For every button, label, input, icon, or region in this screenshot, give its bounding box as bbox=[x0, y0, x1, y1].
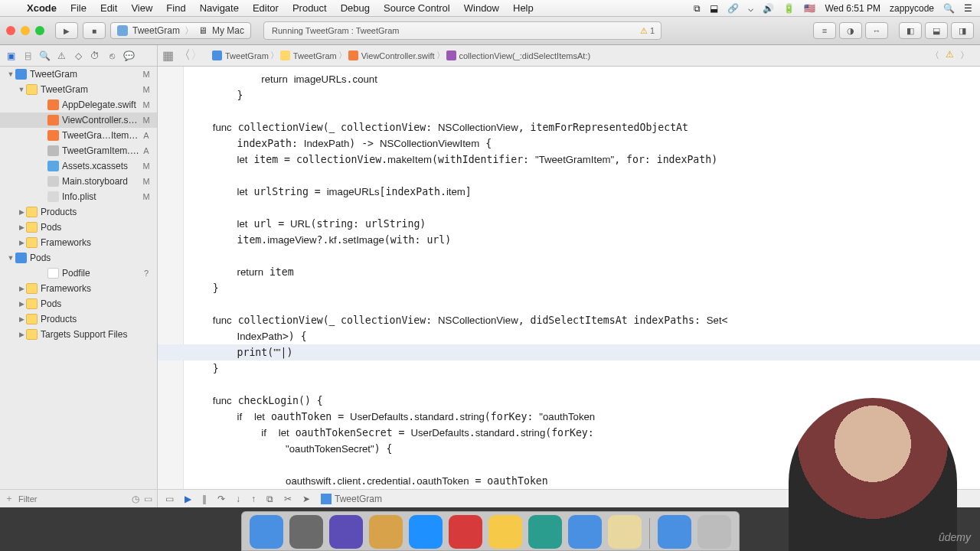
add-button[interactable]: ＋ bbox=[5, 492, 14, 505]
zoom-button[interactable] bbox=[35, 26, 44, 35]
menu-navigate[interactable]: Navigate bbox=[193, 2, 246, 14]
disclosure-icon[interactable]: ▶ bbox=[17, 285, 26, 292]
view-debug-icon[interactable]: ⧉ bbox=[266, 494, 273, 504]
code-content[interactable]: return imageURLs.count } func collection… bbox=[184, 67, 980, 494]
disclosure-icon[interactable]: ▼ bbox=[17, 86, 26, 93]
assistant-editor-button[interactable]: ◑ bbox=[839, 22, 862, 39]
app-menu[interactable]: Xcode bbox=[20, 2, 64, 14]
step-out-icon[interactable]: ↑ bbox=[251, 494, 256, 504]
user-name[interactable]: zappycode bbox=[890, 3, 934, 14]
dock-item[interactable] bbox=[608, 515, 642, 549]
menu-source-control[interactable]: Source Control bbox=[377, 2, 457, 14]
file-row[interactable]: ViewController.swiftM bbox=[0, 112, 157, 128]
dock-item[interactable] bbox=[528, 515, 562, 549]
dock-item[interactable] bbox=[488, 515, 522, 549]
dock-item[interactable] bbox=[250, 515, 283, 549]
test-navigator-icon[interactable]: ◇ bbox=[70, 48, 86, 64]
related-items-icon[interactable]: ▦ bbox=[158, 48, 178, 63]
next-issue-icon[interactable]: 〉 bbox=[960, 49, 969, 62]
hide-debug-icon[interactable]: ▭ bbox=[165, 494, 174, 504]
jump-bar[interactable]: TweetGram 〉 TweetGram 〉 ViewController.s… bbox=[207, 49, 980, 62]
menu-editor[interactable]: Editor bbox=[246, 2, 286, 14]
pause-icon[interactable]: ‖ bbox=[202, 494, 207, 504]
menu-edit[interactable]: Edit bbox=[93, 2, 124, 14]
file-row[interactable]: ▶Pods bbox=[0, 220, 157, 235]
minimize-button[interactable] bbox=[21, 26, 30, 35]
clock[interactable]: Wed 6:51 PM bbox=[825, 3, 880, 14]
project-navigator-icon[interactable]: ▣ bbox=[3, 48, 18, 64]
issue-navigator-icon[interactable]: ⚠ bbox=[54, 48, 69, 64]
dock-item[interactable] bbox=[369, 515, 403, 549]
filter-input[interactable] bbox=[18, 494, 127, 504]
file-row[interactable]: ▶Frameworks bbox=[0, 235, 157, 250]
file-row[interactable]: Main.storyboardM bbox=[0, 174, 157, 189]
disclosure-icon[interactable]: ▶ bbox=[17, 331, 26, 338]
menu-find[interactable]: Find bbox=[159, 2, 192, 14]
forward-button[interactable]: 〉 bbox=[191, 47, 207, 64]
battery-icon[interactable]: 🔋 bbox=[783, 3, 795, 14]
memory-graph-icon[interactable]: ✂ bbox=[284, 494, 292, 504]
disclosure-icon[interactable]: ▶ bbox=[17, 223, 26, 231]
file-row[interactable]: ▶Frameworks bbox=[0, 281, 157, 296]
back-button[interactable]: 〈 bbox=[178, 47, 191, 64]
volume-icon[interactable]: 🔊 bbox=[763, 3, 774, 14]
file-row[interactable]: ▼TweetGramM bbox=[0, 67, 157, 82]
symbol-navigator-icon[interactable]: ⌸ bbox=[20, 48, 35, 64]
dock-item[interactable] bbox=[697, 515, 731, 549]
toggle-right-panel-button[interactable]: ◨ bbox=[951, 22, 974, 39]
run-button[interactable] bbox=[55, 22, 78, 39]
file-row[interactable]: TweetGra…Item.swiftA bbox=[0, 128, 157, 143]
notifications-icon[interactable]: ☰ bbox=[964, 3, 972, 14]
step-over-icon[interactable]: ↷ bbox=[217, 494, 225, 504]
file-row[interactable]: ▶Products bbox=[0, 311, 157, 327]
disclosure-icon[interactable]: ▼ bbox=[6, 70, 15, 78]
gutter[interactable] bbox=[158, 67, 184, 507]
file-row[interactable]: AppDelegate.swiftM bbox=[0, 97, 157, 112]
warning-icon[interactable]: ⚠ bbox=[640, 26, 648, 36]
issue-indicator-icon[interactable]: ⚠ bbox=[946, 49, 954, 62]
stop-button[interactable] bbox=[83, 22, 106, 39]
report-navigator-icon[interactable]: 💬 bbox=[121, 48, 136, 64]
debug-navigator-icon[interactable]: ⏱ bbox=[87, 48, 103, 64]
prev-issue-icon[interactable]: 〈 bbox=[930, 49, 939, 62]
link-icon[interactable]: 🔗 bbox=[727, 3, 739, 14]
scm-filter-icon[interactable]: ▭ bbox=[144, 494, 152, 504]
file-row[interactable]: Podfile? bbox=[0, 266, 157, 281]
standard-editor-button[interactable]: ≡ bbox=[813, 22, 836, 39]
menu-view[interactable]: View bbox=[124, 2, 159, 14]
menu-debug[interactable]: Debug bbox=[334, 2, 377, 14]
disclosure-icon[interactable]: ▶ bbox=[17, 300, 26, 308]
menu-product[interactable]: Product bbox=[286, 2, 334, 14]
breakpoint-navigator-icon[interactable]: ⎋ bbox=[104, 48, 119, 64]
menu-window[interactable]: Window bbox=[457, 2, 506, 14]
file-row[interactable]: ▶Targets Support Files bbox=[0, 327, 157, 342]
menu-file[interactable]: File bbox=[64, 2, 93, 14]
input-flag[interactable]: 🇺🇸 bbox=[804, 3, 815, 14]
dock-item[interactable] bbox=[658, 515, 691, 549]
disclosure-icon[interactable]: ▶ bbox=[17, 315, 26, 323]
spotlight-icon[interactable]: 🔍 bbox=[943, 3, 955, 14]
toggle-bottom-panel-button[interactable]: ⬓ bbox=[925, 22, 948, 39]
file-row[interactable]: ▼Pods bbox=[0, 250, 157, 266]
disclosure-icon[interactable]: ▶ bbox=[17, 208, 26, 216]
version-editor-button[interactable]: ↔ bbox=[865, 22, 888, 39]
recents-filter-icon[interactable]: ◷ bbox=[132, 494, 139, 504]
dock-item[interactable] bbox=[289, 515, 323, 549]
file-row[interactable]: ▼TweetGramM bbox=[0, 82, 157, 97]
wifi-icon[interactable]: ⌵ bbox=[748, 3, 753, 14]
disclosure-icon[interactable]: ▼ bbox=[6, 254, 15, 262]
dock-item[interactable] bbox=[329, 515, 363, 549]
dock-item[interactable] bbox=[449, 515, 482, 549]
disclosure-icon[interactable]: ▶ bbox=[17, 239, 26, 246]
screencast-icon[interactable]: ⧉ bbox=[694, 3, 701, 14]
location-icon[interactable]: ➤ bbox=[302, 494, 310, 504]
toggle-left-panel-button[interactable]: ◧ bbox=[899, 22, 922, 39]
dropbox-icon[interactable]: ⬓ bbox=[710, 3, 718, 14]
project-navigator[interactable]: ▼TweetGramM▼TweetGramMAppDelegate.swiftM… bbox=[0, 67, 158, 507]
file-row[interactable]: Assets.xcassetsM bbox=[0, 158, 157, 174]
source-editor[interactable]: return imageURLs.count } func collection… bbox=[158, 67, 980, 507]
file-row[interactable]: ▶Pods bbox=[0, 296, 157, 311]
dock-item[interactable] bbox=[409, 515, 443, 549]
menu-help[interactable]: Help bbox=[506, 2, 541, 14]
file-row[interactable]: Info.plistM bbox=[0, 189, 157, 204]
